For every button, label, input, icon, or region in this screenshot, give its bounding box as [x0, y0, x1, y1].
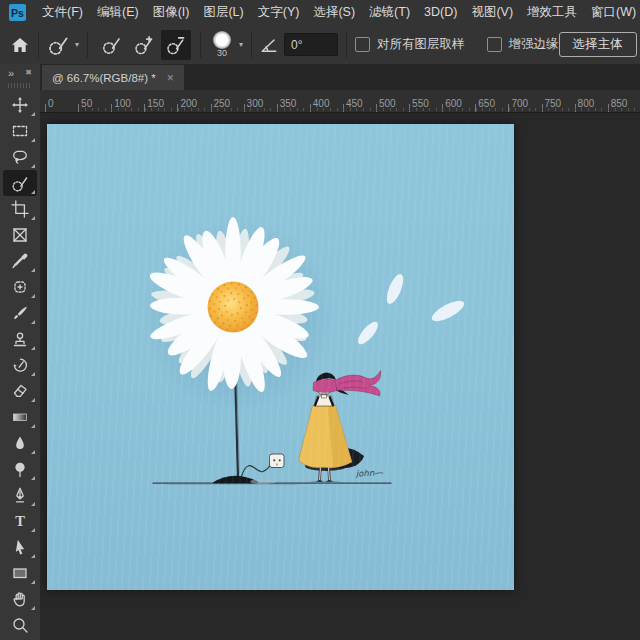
brush-preview-icon — [213, 31, 231, 49]
horizontal-type-tool[interactable]: T — [3, 508, 37, 534]
new-selection-mode-button[interactable] — [97, 30, 127, 60]
select-subject-button[interactable]: 选择主体 — [559, 32, 637, 57]
lasso-tool[interactable] — [3, 144, 37, 170]
brush-angle-input[interactable]: 0° — [284, 33, 338, 56]
blur-tool[interactable] — [3, 430, 37, 456]
artist-signature: john — [355, 468, 375, 479]
sample-all-layers-checkbox[interactable] — [355, 37, 370, 52]
enhance-edge-option[interactable]: 增强边缘 — [487, 36, 559, 53]
hand-tool[interactable] — [3, 586, 37, 612]
tools-panel: » ✖ — [0, 64, 40, 640]
tool-preset-picker[interactable]: ▾ — [47, 33, 79, 57]
pen-tool[interactable] — [3, 482, 37, 508]
enhance-edge-checkbox[interactable] — [487, 37, 502, 52]
menu-item-文件F[interactable]: 文件(F) — [35, 0, 90, 25]
brush-size-value: 30 — [217, 49, 227, 58]
tab-close-icon[interactable]: × — [167, 72, 174, 84]
home-button[interactable] — [10, 35, 30, 55]
menu-item-图像I[interactable]: 图像(I) — [146, 0, 197, 25]
eyedropper-tool[interactable] — [3, 248, 37, 274]
add-to-selection-mode-button[interactable] — [129, 30, 159, 60]
options-bar: ▾ 30 ▾ 0° 对所有图层取 — [0, 25, 640, 65]
separator — [251, 32, 252, 58]
brush-size-picker[interactable]: 30 — [209, 31, 235, 58]
menu-item-图层L[interactable]: 图层(L) — [196, 0, 250, 25]
brush-angle-icon — [260, 36, 278, 54]
rectangle-shape-tool[interactable] — [3, 560, 37, 586]
subtract-from-selection-mode-button[interactable] — [161, 30, 191, 60]
menu-item-选择S[interactable]: 选择(S) — [306, 0, 362, 25]
expand-panel-icon[interactable]: » — [8, 68, 14, 79]
document-tab[interactable]: @ 66.7%(RGB/8#) * × — [42, 65, 184, 90]
panel-grip[interactable] — [8, 83, 32, 88]
frame-tool[interactable] — [3, 222, 37, 248]
ruler-tick-0: 0 — [45, 98, 54, 109]
eraser-tool[interactable] — [3, 378, 37, 404]
crop-tool[interactable] — [3, 196, 37, 222]
menu-bar: Ps 文件(F)编辑(E)图像(I)图层(L)文字(Y)选择(S)滤镜(T)3D… — [0, 0, 640, 26]
menu-item-增效工具[interactable]: 增效工具 — [520, 0, 584, 25]
document-tab-title: @ 66.7%(RGB/8#) * — [52, 72, 156, 84]
plug-socket-drawing — [270, 454, 285, 468]
zoom-tool[interactable] — [3, 612, 37, 638]
sample-all-layers-option[interactable]: 对所有图层取样 — [355, 36, 465, 53]
dock-panel-icon[interactable]: ✖ — [25, 69, 32, 77]
pasteboard[interactable]: john — [40, 112, 640, 640]
path-selection-tool[interactable] — [3, 534, 37, 560]
photoshop-logo-icon[interactable]: Ps — [9, 4, 26, 21]
menu-item-窗口W[interactable]: 窗口(W) — [584, 0, 640, 25]
menu-item-视图V[interactable]: 视图(V) — [464, 0, 520, 25]
ruler-minor-ticks — [85, 108, 640, 111]
separator — [346, 32, 347, 58]
spot-healing-brush-tool[interactable] — [3, 274, 37, 300]
history-brush-tool[interactable] — [3, 352, 37, 378]
separator — [200, 32, 201, 58]
clone-stamp-tool[interactable] — [3, 326, 37, 352]
tools-panel-header: » ✖ — [0, 66, 40, 80]
separator — [38, 32, 39, 58]
menu-item-滤镜T[interactable]: 滤镜(T) — [362, 0, 417, 25]
menu-item-编辑E[interactable]: 编辑(E) — [90, 0, 146, 25]
chevron-down-icon[interactable]: ▾ — [239, 40, 243, 49]
selection-brush-tool[interactable] — [3, 170, 37, 196]
rectangular-marquee-tool[interactable] — [3, 118, 37, 144]
move-tool[interactable] — [3, 92, 37, 118]
dodge-tool[interactable] — [3, 456, 37, 482]
horizontal-ruler[interactable]: 0501001502002503003504004505005506006507… — [40, 90, 640, 113]
menu-item-文字Y[interactable]: 文字(Y) — [251, 0, 307, 25]
menu-items: 文件(F)编辑(E)图像(I)图层(L)文字(Y)选择(S)滤镜(T)3D(D)… — [35, 0, 640, 25]
canvas-document[interactable]: john — [47, 124, 514, 590]
canvas-artwork: john — [47, 124, 514, 590]
gradient-tool[interactable] — [3, 404, 37, 430]
brush-tool[interactable] — [3, 300, 37, 326]
menu-item-3DD[interactable]: 3D(D) — [417, 0, 464, 25]
document-tab-bar: @ 66.7%(RGB/8#) * × — [40, 64, 640, 90]
svg-text:T: T — [15, 513, 25, 529]
separator — [87, 32, 88, 58]
chevron-down-icon: ▾ — [75, 40, 79, 49]
